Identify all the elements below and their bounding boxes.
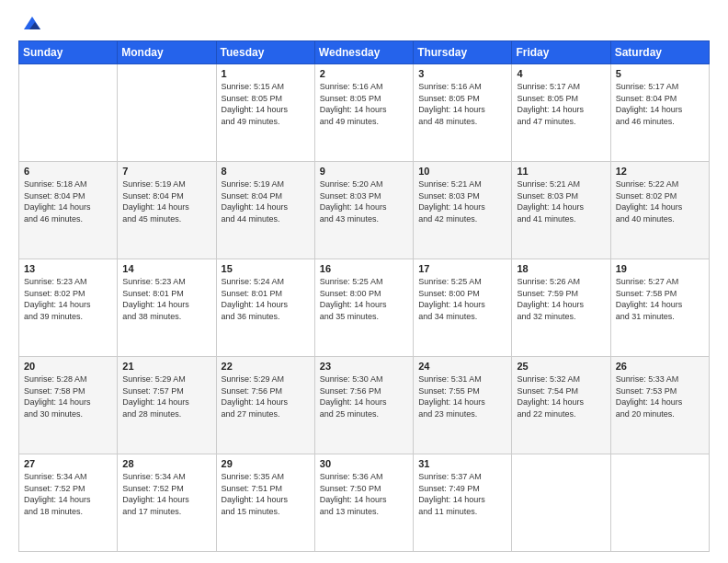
calendar-cell bbox=[19, 64, 118, 162]
day-info: Sunrise: 5:23 AM Sunset: 8:02 PM Dayligh… bbox=[24, 276, 112, 322]
calendar-cell: 17Sunrise: 5:25 AM Sunset: 8:00 PM Dayli… bbox=[414, 259, 512, 357]
day-info: Sunrise: 5:16 AM Sunset: 8:05 PM Dayligh… bbox=[418, 81, 506, 127]
day-number: 11 bbox=[517, 166, 605, 177]
calendar-cell: 4Sunrise: 5:17 AM Sunset: 8:05 PM Daylig… bbox=[512, 64, 610, 162]
day-number: 1 bbox=[222, 68, 310, 79]
day-number: 20 bbox=[24, 361, 112, 372]
calendar-cell: 28Sunrise: 5:34 AM Sunset: 7:52 PM Dayli… bbox=[118, 454, 216, 552]
calendar-cell: 18Sunrise: 5:26 AM Sunset: 7:59 PM Dayli… bbox=[512, 259, 610, 357]
day-info: Sunrise: 5:22 AM Sunset: 8:02 PM Dayligh… bbox=[616, 178, 704, 224]
day-number: 23 bbox=[320, 361, 408, 372]
day-number: 14 bbox=[122, 263, 210, 274]
day-info: Sunrise: 5:15 AM Sunset: 8:05 PM Dayligh… bbox=[222, 81, 310, 127]
day-info: Sunrise: 5:21 AM Sunset: 8:03 PM Dayligh… bbox=[418, 178, 506, 224]
header-cell-monday: Monday bbox=[118, 41, 216, 64]
header-cell-saturday: Saturday bbox=[610, 41, 709, 64]
calendar-cell: 9Sunrise: 5:20 AM Sunset: 8:03 PM Daylig… bbox=[314, 162, 413, 259]
calendar-week-row: 20Sunrise: 5:28 AM Sunset: 7:58 PM Dayli… bbox=[19, 357, 710, 454]
day-info: Sunrise: 5:20 AM Sunset: 8:03 PM Dayligh… bbox=[320, 178, 408, 224]
day-info: Sunrise: 5:30 AM Sunset: 7:56 PM Dayligh… bbox=[320, 373, 408, 419]
calendar-week-row: 13Sunrise: 5:23 AM Sunset: 8:02 PM Dayli… bbox=[19, 259, 710, 357]
calendar-cell: 29Sunrise: 5:35 AM Sunset: 7:51 PM Dayli… bbox=[216, 454, 314, 552]
calendar-cell: 12Sunrise: 5:22 AM Sunset: 8:02 PM Dayli… bbox=[610, 162, 709, 259]
header-cell-tuesday: Tuesday bbox=[216, 41, 314, 64]
calendar-cell: 31Sunrise: 5:37 AM Sunset: 7:49 PM Dayli… bbox=[414, 454, 512, 552]
day-info: Sunrise: 5:29 AM Sunset: 7:56 PM Dayligh… bbox=[222, 373, 310, 419]
day-info: Sunrise: 5:17 AM Sunset: 8:05 PM Dayligh… bbox=[517, 81, 605, 127]
day-info: Sunrise: 5:34 AM Sunset: 7:52 PM Dayligh… bbox=[122, 471, 210, 517]
day-info: Sunrise: 5:19 AM Sunset: 8:04 PM Dayligh… bbox=[222, 178, 310, 224]
day-info: Sunrise: 5:34 AM Sunset: 7:52 PM Dayligh… bbox=[24, 471, 112, 517]
header-cell-sunday: Sunday bbox=[19, 41, 118, 64]
day-info: Sunrise: 5:17 AM Sunset: 8:04 PM Dayligh… bbox=[616, 81, 704, 127]
calendar-week-row: 27Sunrise: 5:34 AM Sunset: 7:52 PM Dayli… bbox=[19, 454, 710, 552]
calendar-cell: 21Sunrise: 5:29 AM Sunset: 7:57 PM Dayli… bbox=[118, 357, 216, 454]
day-number: 3 bbox=[418, 68, 506, 79]
calendar-cell bbox=[118, 64, 216, 162]
calendar-cell: 30Sunrise: 5:36 AM Sunset: 7:50 PM Dayli… bbox=[314, 454, 413, 552]
day-info: Sunrise: 5:21 AM Sunset: 8:03 PM Dayligh… bbox=[517, 178, 605, 224]
day-number: 28 bbox=[122, 458, 210, 469]
day-number: 7 bbox=[122, 166, 210, 177]
calendar-cell: 26Sunrise: 5:33 AM Sunset: 7:53 PM Dayli… bbox=[610, 357, 709, 454]
calendar-cell: 25Sunrise: 5:32 AM Sunset: 7:54 PM Dayli… bbox=[512, 357, 610, 454]
calendar-cell: 24Sunrise: 5:31 AM Sunset: 7:55 PM Dayli… bbox=[414, 357, 512, 454]
day-number: 21 bbox=[122, 361, 210, 372]
day-number: 12 bbox=[616, 166, 704, 177]
calendar-cell: 11Sunrise: 5:21 AM Sunset: 8:03 PM Dayli… bbox=[512, 162, 610, 259]
day-number: 27 bbox=[24, 458, 112, 469]
header-cell-thursday: Thursday bbox=[414, 41, 512, 64]
day-number: 9 bbox=[320, 166, 408, 177]
day-number: 4 bbox=[517, 68, 605, 79]
day-number: 18 bbox=[517, 263, 605, 274]
calendar-cell: 3Sunrise: 5:16 AM Sunset: 8:05 PM Daylig… bbox=[414, 64, 512, 162]
day-number: 6 bbox=[24, 166, 112, 177]
calendar-cell: 5Sunrise: 5:17 AM Sunset: 8:04 PM Daylig… bbox=[610, 64, 709, 162]
day-number: 5 bbox=[616, 68, 704, 79]
calendar-cell: 20Sunrise: 5:28 AM Sunset: 7:58 PM Dayli… bbox=[19, 357, 118, 454]
calendar-cell bbox=[610, 454, 709, 552]
day-info: Sunrise: 5:35 AM Sunset: 7:51 PM Dayligh… bbox=[222, 471, 310, 517]
day-info: Sunrise: 5:25 AM Sunset: 8:00 PM Dayligh… bbox=[320, 276, 408, 322]
day-info: Sunrise: 5:32 AM Sunset: 7:54 PM Dayligh… bbox=[517, 373, 605, 419]
calendar-cell: 13Sunrise: 5:23 AM Sunset: 8:02 PM Dayli… bbox=[19, 259, 118, 357]
calendar-cell: 8Sunrise: 5:19 AM Sunset: 8:04 PM Daylig… bbox=[216, 162, 314, 259]
day-number: 16 bbox=[320, 263, 408, 274]
day-number: 17 bbox=[418, 263, 506, 274]
day-number: 30 bbox=[320, 458, 408, 469]
calendar-cell: 2Sunrise: 5:16 AM Sunset: 8:05 PM Daylig… bbox=[314, 64, 413, 162]
day-info: Sunrise: 5:18 AM Sunset: 8:04 PM Dayligh… bbox=[24, 178, 112, 224]
day-info: Sunrise: 5:25 AM Sunset: 8:00 PM Dayligh… bbox=[418, 276, 506, 322]
day-info: Sunrise: 5:24 AM Sunset: 8:01 PM Dayligh… bbox=[222, 276, 310, 322]
header-cell-friday: Friday bbox=[512, 41, 610, 64]
day-info: Sunrise: 5:29 AM Sunset: 7:57 PM Dayligh… bbox=[122, 373, 210, 419]
logo-icon bbox=[22, 15, 42, 31]
day-info: Sunrise: 5:26 AM Sunset: 7:59 PM Dayligh… bbox=[517, 276, 605, 322]
day-info: Sunrise: 5:16 AM Sunset: 8:05 PM Dayligh… bbox=[320, 81, 408, 127]
logo bbox=[18, 15, 42, 31]
calendar-cell: 15Sunrise: 5:24 AM Sunset: 8:01 PM Dayli… bbox=[216, 259, 314, 357]
day-info: Sunrise: 5:31 AM Sunset: 7:55 PM Dayligh… bbox=[418, 373, 506, 419]
day-info: Sunrise: 5:19 AM Sunset: 8:04 PM Dayligh… bbox=[122, 178, 210, 224]
calendar-header-row: SundayMondayTuesdayWednesdayThursdayFrid… bbox=[19, 41, 710, 64]
calendar-cell: 1Sunrise: 5:15 AM Sunset: 8:05 PM Daylig… bbox=[216, 64, 314, 162]
day-number: 2 bbox=[320, 68, 408, 79]
day-info: Sunrise: 5:28 AM Sunset: 7:58 PM Dayligh… bbox=[24, 373, 112, 419]
calendar-cell: 27Sunrise: 5:34 AM Sunset: 7:52 PM Dayli… bbox=[19, 454, 118, 552]
calendar-week-row: 1Sunrise: 5:15 AM Sunset: 8:05 PM Daylig… bbox=[19, 64, 710, 162]
day-info: Sunrise: 5:27 AM Sunset: 7:58 PM Dayligh… bbox=[616, 276, 704, 322]
calendar-cell: 23Sunrise: 5:30 AM Sunset: 7:56 PM Dayli… bbox=[314, 357, 413, 454]
day-number: 29 bbox=[222, 458, 310, 469]
calendar-cell: 6Sunrise: 5:18 AM Sunset: 8:04 PM Daylig… bbox=[19, 162, 118, 259]
calendar-week-row: 6Sunrise: 5:18 AM Sunset: 8:04 PM Daylig… bbox=[19, 162, 710, 259]
calendar-cell: 19Sunrise: 5:27 AM Sunset: 7:58 PM Dayli… bbox=[610, 259, 709, 357]
header-cell-wednesday: Wednesday bbox=[314, 41, 413, 64]
calendar-cell: 10Sunrise: 5:21 AM Sunset: 8:03 PM Dayli… bbox=[414, 162, 512, 259]
header bbox=[18, 15, 710, 31]
calendar-cell: 16Sunrise: 5:25 AM Sunset: 8:00 PM Dayli… bbox=[314, 259, 413, 357]
calendar-cell: 7Sunrise: 5:19 AM Sunset: 8:04 PM Daylig… bbox=[118, 162, 216, 259]
day-number: 25 bbox=[517, 361, 605, 372]
calendar-cell bbox=[512, 454, 610, 552]
day-info: Sunrise: 5:37 AM Sunset: 7:49 PM Dayligh… bbox=[418, 471, 506, 517]
day-number: 24 bbox=[418, 361, 506, 372]
